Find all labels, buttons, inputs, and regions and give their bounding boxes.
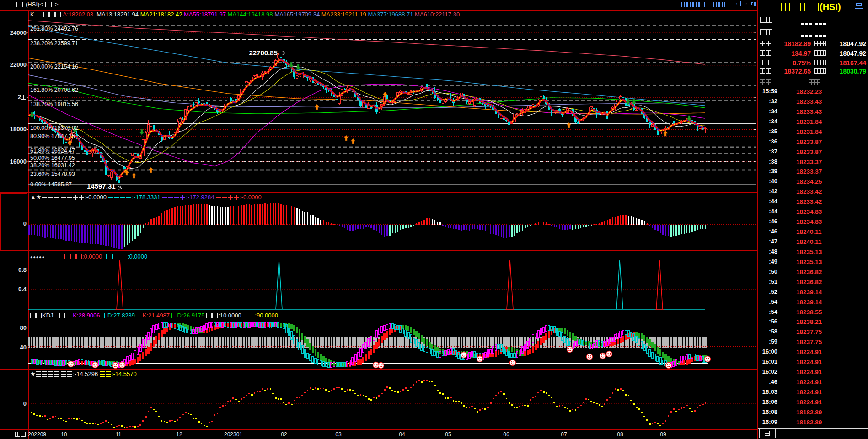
svg-text:14597.31: 14597.31 <box>87 182 116 190</box>
svg-text:22700.85: 22700.85 <box>249 49 278 57</box>
